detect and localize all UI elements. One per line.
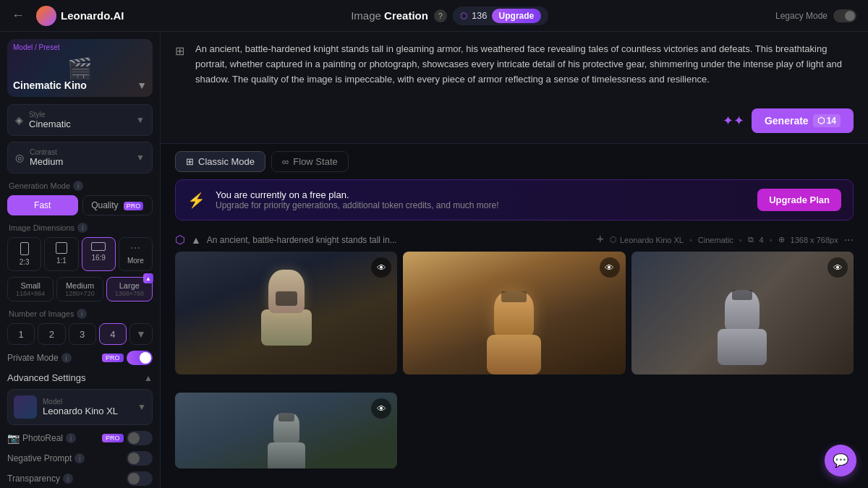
- legacy-mode-label: Legacy Mode: [775, 11, 827, 21]
- private-mode-label: Private Mode i: [7, 353, 102, 363]
- num-images-row: 1 2 3 4 ▼: [7, 323, 153, 345]
- quality-pro-badge: PRO: [124, 202, 144, 210]
- contrast-selector[interactable]: ◎ Contrast Medium ▼: [7, 142, 153, 174]
- back-button[interactable]: ←: [12, 8, 25, 23]
- photoreal-toggle[interactable]: [127, 431, 153, 445]
- chat-icon: 💬: [833, 453, 848, 468]
- quality-mode-button[interactable]: Quality PRO: [82, 195, 153, 215]
- style-content: Style Cinematic: [29, 111, 130, 129]
- transparency-info-icon[interactable]: i: [63, 474, 73, 484]
- contrast-arrow-icon: ▼: [136, 153, 145, 163]
- preset-label: Model / Preset: [13, 43, 59, 51]
- private-mode-toggle[interactable]: [127, 351, 153, 365]
- advanced-settings-header[interactable]: Advanced Settings ▲: [7, 372, 153, 383]
- model-name: Leonardo Kino XL: [43, 406, 132, 416]
- image-card-4[interactable]: 👁: [175, 393, 397, 468]
- banner-subtitle: Upgrade for priority generations, additi…: [216, 200, 747, 210]
- image-card-2[interactable]: 👁: [403, 252, 625, 374]
- size-medium[interactable]: Medium1280×720: [56, 277, 103, 301]
- gen-bar-up-button[interactable]: ▲: [191, 234, 201, 246]
- gen-bar-prompt: An ancient, battle-hardened knight stand…: [207, 235, 591, 245]
- token-display: ⬡ 136 Upgrade: [453, 7, 548, 25]
- image-3: [631, 252, 854, 374]
- image-card-1[interactable]: 👁: [175, 252, 397, 374]
- gen-bar-copies-icon: ⧉: [748, 235, 754, 244]
- gen-bar-add-button[interactable]: +: [596, 232, 604, 247]
- token-cost-icon: ⬡: [817, 116, 825, 126]
- help-button[interactable]: ?: [434, 9, 447, 22]
- upgrade-button[interactable]: Upgrade: [492, 9, 542, 23]
- size-large[interactable]: ▲ Large1368×768: [106, 277, 153, 301]
- gen-bar-model: ⬡ Leonardo Kino XL: [610, 235, 684, 244]
- model-thumbnail: [14, 395, 37, 419]
- photoreal-info-icon[interactable]: i: [66, 433, 76, 443]
- token-icon: ⬡: [460, 11, 467, 21]
- advanced-settings-label: Advanced Settings: [7, 372, 85, 383]
- advanced-settings-chevron-icon: ▲: [144, 373, 153, 383]
- contrast-content: Contrast Medium: [30, 148, 130, 167]
- size-buttons: Small1184×864 Medium1280×720 ▲ Large1368…: [7, 277, 153, 301]
- num-images-info-icon[interactable]: i: [77, 309, 87, 319]
- gen-bar-meta: ⬡ Leonardo Kino XL • Cinematic • ⧉ 4 • ⊕…: [610, 235, 838, 244]
- image-dimensions-info-icon[interactable]: i: [77, 223, 88, 233]
- size-small[interactable]: Small1184×864: [7, 277, 54, 301]
- num-more-button[interactable]: ▼: [129, 323, 153, 345]
- gen-bar-more-button[interactable]: ···: [844, 234, 854, 247]
- size-pro-badge: ▲: [143, 273, 153, 283]
- prompt-area: ⊞ An ancient, battle-hardened knight sta…: [161, 32, 868, 144]
- num-1-button[interactable]: 1: [7, 323, 35, 345]
- prompt-footer: ✦✦ Generate ⬡ 14: [175, 108, 854, 133]
- image-2-view-button[interactable]: 👁: [600, 257, 620, 278]
- legacy-mode-toggle[interactable]: [833, 9, 856, 22]
- dim-1-1[interactable]: 1:1: [44, 237, 78, 271]
- negative-prompt-info-icon[interactable]: i: [75, 453, 85, 463]
- dim-2-3[interactable]: 2:3: [7, 237, 41, 271]
- generation-mode-section: Generation Mode i: [9, 181, 153, 191]
- prompt-icon: ⊞: [175, 44, 184, 58]
- dim-more-icon: ⋯: [130, 242, 140, 254]
- preset-card[interactable]: 🎬 Model / Preset Cinematic Kino ▼: [7, 39, 153, 97]
- dim-icon-16-9: [91, 242, 106, 251]
- model-selector[interactable]: Model Leonardo Kino XL ▼: [7, 389, 153, 425]
- style-selector[interactable]: ◈ Style Cinematic ▼: [7, 104, 153, 136]
- flow-state-tab[interactable]: ∞ Flow State: [271, 151, 349, 172]
- banner-lightning-icon: ⚡: [187, 192, 205, 209]
- chat-button[interactable]: 💬: [825, 445, 856, 476]
- dim-icon-1-1: [56, 242, 67, 254]
- image-3-view-button[interactable]: 👁: [827, 257, 848, 278]
- enhance-prompt-button[interactable]: ✦✦: [723, 113, 744, 129]
- style-arrow-icon: ▼: [136, 115, 145, 125]
- negative-prompt-toggle[interactable]: [127, 451, 153, 466]
- image-dimensions-label: Image Dimensions: [9, 223, 75, 232]
- fast-mode-button[interactable]: Fast: [7, 195, 78, 215]
- classic-mode-tab[interactable]: ⊞ Classic Mode: [175, 151, 265, 172]
- contrast-value: Medium: [30, 156, 130, 167]
- prompt-text[interactable]: An ancient, battle-hardened knight stand…: [175, 42, 854, 100]
- dim-16-9[interactable]: 16:9: [82, 237, 116, 271]
- generation-mode-info-icon[interactable]: i: [73, 181, 83, 191]
- model-info: Model Leonardo Kino XL: [43, 398, 132, 416]
- photoreal-icon: 📷: [7, 432, 20, 444]
- user-avatar: [36, 6, 56, 26]
- photoreal-label: 📷 PhotoReal i: [7, 432, 102, 444]
- num-3-button[interactable]: 3: [69, 323, 96, 345]
- generate-button[interactable]: Generate ⬡ 14: [752, 108, 854, 133]
- image-grid: 👁 👁: [161, 252, 868, 488]
- num-4-button[interactable]: 4: [99, 323, 127, 345]
- transparency-row: Transparency i: [7, 471, 153, 486]
- gen-bar-style: Cinematic: [698, 236, 733, 244]
- upgrade-plan-button[interactable]: Upgrade Plan: [757, 189, 841, 211]
- dim-more[interactable]: ⋯ More: [119, 237, 153, 271]
- style-value: Cinematic: [29, 119, 130, 129]
- contrast-icon: ◎: [15, 152, 24, 163]
- num-2-button[interactable]: 2: [38, 323, 65, 345]
- image-card-3[interactable]: 👁: [631, 252, 854, 374]
- style-label: Style: [29, 111, 130, 119]
- transparency-toggle[interactable]: [127, 471, 153, 486]
- generation-mode-label: Generation Mode: [9, 181, 70, 190]
- gen-bar-dims: 1368 x 768px: [791, 236, 838, 244]
- dimensions-grid: 2:3 1:1 16:9 ⋯ More: [7, 237, 153, 271]
- private-mode-info-icon[interactable]: i: [61, 353, 72, 363]
- gen-bar-dims-icon: ⊕: [778, 235, 785, 244]
- upgrade-banner: ⚡ You are currently on a free plan. Upgr…: [175, 179, 854, 221]
